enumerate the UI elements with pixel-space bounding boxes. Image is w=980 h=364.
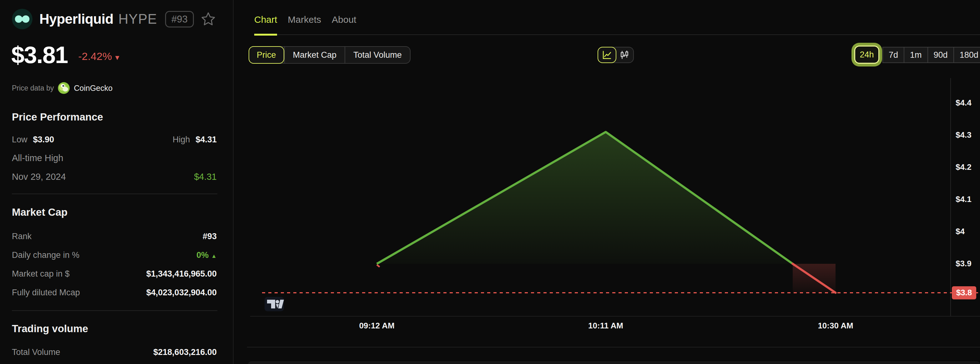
y-tick-label: $4.2	[956, 162, 972, 172]
x-tick-label: 10:11 AM	[588, 321, 623, 331]
price-chart-canvas[interactable]	[0, 0, 980, 364]
area-fill-up	[377, 132, 793, 264]
divider	[247, 347, 980, 347]
x-tick-label: 09:12 AM	[359, 321, 394, 331]
next-section-edge	[248, 361, 980, 364]
hyperliquid-price-widget: Hyperliquid HYPE #93 $3.81 -2.42%▼ Price…	[0, 0, 980, 364]
y-tick-label: $3.9	[956, 259, 972, 269]
y-tick-label: $4.1	[956, 195, 972, 204]
last-price-badge: $3.8	[952, 286, 976, 299]
tradingview-logo[interactable]	[264, 297, 284, 311]
x-tick-label: 10:30 AM	[818, 321, 853, 331]
y-tick-label: $4	[956, 226, 965, 236]
first-point-down-tick	[377, 265, 380, 267]
y-tick-label: $4.4	[956, 98, 972, 108]
y-tick-label: $4.3	[956, 130, 972, 140]
